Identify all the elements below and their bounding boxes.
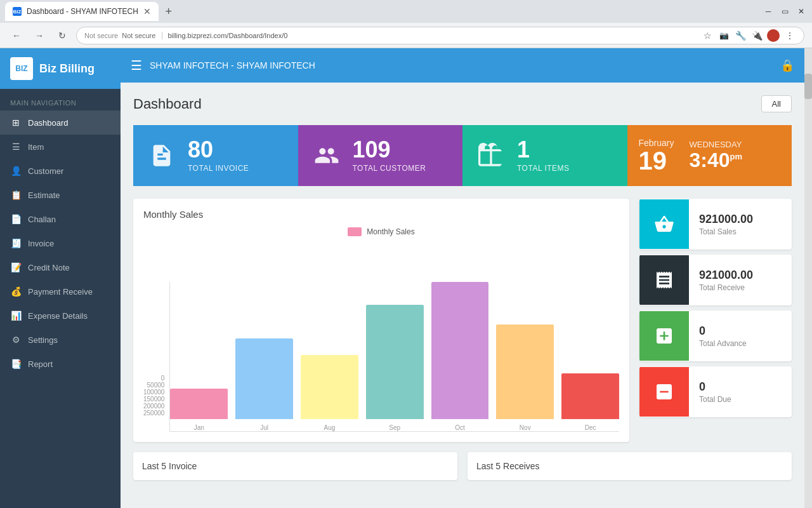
- customer-icon: 👤: [10, 165, 22, 177]
- total-receive-info: 921000.00 Total Receive: [689, 261, 792, 300]
- invoice-info: 80 TOTAL INVOICE: [188, 138, 249, 173]
- bar-jul: Jul: [235, 338, 293, 431]
- sidebar-item-item[interactable]: ☰ Item: [0, 135, 121, 159]
- sidebar-item-label-report: Report: [28, 359, 53, 369]
- tables-section: Last 5 Invoice Last 5 Receives: [133, 452, 792, 480]
- address-bar[interactable]: Not secure Not secure billing.bizprezi.c…: [76, 27, 804, 44]
- total-sales-icon: [639, 199, 689, 249]
- total-sales-label: Total Sales: [699, 227, 782, 236]
- dashboard-icon: ⊞: [10, 117, 22, 128]
- total-advance-info: 0 Total Advance: [689, 317, 792, 356]
- total-advance-label: Total Advance: [699, 339, 782, 348]
- extension-icon[interactable]: 🔧: [734, 29, 747, 42]
- vertical-scrollbar[interactable]: [804, 48, 812, 508]
- new-tab-button[interactable]: +: [161, 4, 176, 19]
- minimize-button[interactable]: ─: [763, 6, 774, 17]
- stat-card-invoice: 80 TOTAL INVOICE: [133, 125, 298, 186]
- y-label-0: 250000: [143, 410, 164, 417]
- stat-card-customer: 109 TOTAL CUSTOMER: [298, 125, 463, 186]
- date-dayname: WEDNESDAY: [690, 140, 742, 149]
- sidebar-item-expense-details[interactable]: 📊 Expense Details: [0, 304, 121, 328]
- y-label-3: 100000: [143, 389, 164, 396]
- bar-rect: [496, 324, 554, 419]
- stat-card-items: 1 TOTAL ITEMS: [462, 125, 627, 186]
- sidebar-item-estimate[interactable]: 📋 Estimate: [0, 183, 121, 207]
- maximize-button[interactable]: ▭: [779, 6, 790, 17]
- extension2-icon[interactable]: 🔌: [750, 29, 763, 42]
- customer-info: 109 TOTAL CUSTOMER: [353, 138, 426, 173]
- nav-section-label: Main Navigation: [0, 89, 121, 110]
- all-button[interactable]: All: [761, 95, 792, 112]
- total-due-number: 0: [699, 380, 782, 394]
- chart-section: Monthly Sales Monthly Sales 250000 20000…: [133, 199, 629, 442]
- content-area: Dashboard All 80 TOTAL INVOICE: [121, 83, 804, 508]
- bar-label: Jul: [260, 422, 268, 431]
- items-label: TOTAL ITEMS: [517, 164, 570, 173]
- total-advance-icon: [639, 311, 689, 361]
- sidebar-item-dashboard[interactable]: ⊞ Dashboard: [0, 110, 121, 135]
- sidebar-item-label-dashboard: Dashboard: [28, 118, 69, 128]
- sidebar-item-payment-receive[interactable]: 💰 Payment Receive: [0, 279, 121, 304]
- sidebar-item-label-item: Item: [28, 142, 44, 152]
- profile-icon[interactable]: [767, 29, 780, 42]
- sidebar-item-settings[interactable]: ⚙ Settings: [0, 328, 121, 352]
- bookmark-icon[interactable]: ☆: [701, 29, 714, 42]
- window-controls: ─ ▭ ✕: [763, 6, 807, 17]
- date-day: 19: [639, 148, 667, 173]
- bottom-section: Monthly Sales Monthly Sales 250000 20000…: [133, 199, 792, 442]
- bar-nov: Nov: [496, 324, 554, 431]
- topbar-menu-icon[interactable]: ☰: [131, 58, 142, 73]
- tab-title: Dashboard - SHYAM INFOTECH: [27, 7, 138, 16]
- bar-sep: Sep: [366, 305, 424, 431]
- reload-button[interactable]: ↻: [53, 27, 71, 44]
- sidebar-item-invoice[interactable]: 🧾 Invoice: [0, 231, 121, 255]
- estimate-icon: 📋: [10, 189, 22, 201]
- bar-chart: 250000 200000 150000 100000 50000 0 Jan …: [143, 241, 619, 432]
- y-label-5: 0: [143, 375, 164, 382]
- back-button[interactable]: ←: [8, 27, 25, 44]
- items-number: 1: [517, 138, 570, 161]
- sidebar-logo: BIZ Biz Billing: [0, 48, 121, 89]
- invoice-icon: [145, 138, 179, 173]
- bar-oct: Oct: [431, 282, 489, 431]
- y-label-4: 50000: [143, 382, 164, 389]
- sidebar-item-customer[interactable]: 👤 Customer: [0, 159, 121, 183]
- sidebar-item-label-expense-details: Expense Details: [28, 311, 88, 321]
- sidebar-item-challan[interactable]: 📄 Challan: [0, 207, 121, 231]
- bar-label: Dec: [585, 422, 596, 431]
- tab-close-button[interactable]: ✕: [143, 6, 151, 17]
- time-section: WEDNESDAY 3:40pm: [690, 140, 743, 171]
- scrollbar-thumb[interactable]: [804, 74, 812, 99]
- time-suffix: pm: [730, 152, 743, 161]
- browser-tab[interactable]: BIZ Dashboard - SHYAM INFOTECH ✕: [5, 2, 159, 21]
- menu-icon[interactable]: ⋮: [783, 29, 796, 42]
- close-button[interactable]: ✕: [796, 6, 807, 17]
- last-invoice-card: Last 5 Invoice: [133, 452, 457, 480]
- expense-details-icon: 📊: [10, 310, 22, 321]
- screenshot-icon[interactable]: 📷: [717, 29, 730, 42]
- browser-chrome: BIZ Dashboard - SHYAM INFOTECH ✕ + ─ ▭ ✕…: [0, 0, 812, 48]
- payment-receive-icon: 💰: [10, 286, 22, 297]
- sidebar-item-label-settings: Settings: [28, 335, 58, 345]
- total-due-info: 0 Total Due: [689, 373, 792, 411]
- y-axis: 250000 200000 150000 100000 50000 0: [143, 375, 164, 432]
- chart-area: 250000 200000 150000 100000 50000 0 Jan …: [143, 241, 619, 432]
- sidebar-item-label-challan: Challan: [28, 215, 56, 224]
- report-icon: 📑: [10, 358, 22, 370]
- date-month: February: [639, 138, 674, 148]
- sidebar-item-label-credit-note: Credit Note: [28, 263, 70, 272]
- security-indicator: Not secure: [84, 32, 118, 39]
- bar-label: Sep: [389, 422, 400, 431]
- y-label-2: 150000: [143, 396, 164, 403]
- challan-icon: 📄: [10, 213, 22, 225]
- total-receive-icon: [639, 255, 689, 305]
- invoice-number: 80: [188, 138, 249, 161]
- bar-rect: [561, 373, 619, 419]
- bar-rect: [431, 282, 489, 419]
- address-bar-icons: ☆ 📷 🔧 🔌 ⋮: [701, 29, 796, 42]
- sidebar-item-credit-note[interactable]: 📝 Credit Note: [0, 255, 121, 279]
- topbar-lock-icon[interactable]: 🔒: [780, 58, 794, 72]
- forward-button[interactable]: →: [30, 27, 48, 44]
- browser-titlebar: BIZ Dashboard - SHYAM INFOTECH ✕ + ─ ▭ ✕: [0, 0, 812, 23]
- sidebar-item-report[interactable]: 📑 Report: [0, 352, 121, 376]
